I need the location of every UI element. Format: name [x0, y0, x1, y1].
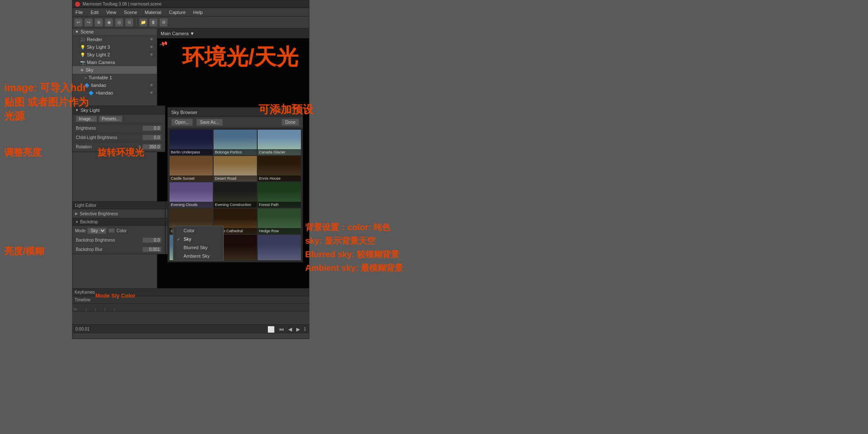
tree-item-turntable[interactable]: ○ Turntable 1 — [72, 74, 157, 81]
image-button[interactable]: Image... — [76, 116, 97, 122]
record-btn[interactable]: ⬜ — [267, 326, 275, 333]
backdrop-brightness-label-1: Backdrop Brightness — [76, 238, 142, 242]
sky-thumb-hedge-label: Hedge Row — [258, 228, 301, 234]
play-btn[interactable]: ▶ — [295, 326, 301, 332]
done-button[interactable]: Done — [281, 119, 299, 126]
tree-item-sky[interactable]: ☀ Sky — [72, 66, 157, 74]
sky-thumb-forest[interactable]: Forest Path — [258, 182, 301, 208]
sky-thumb-castle-label: Castle Sunset — [170, 175, 213, 181]
menu-file[interactable]: File — [74, 10, 84, 15]
rotation-value[interactable]: 350.0 — [142, 144, 161, 150]
tree-item-skylight3[interactable]: 💡 Sky Light 3 👁 — [72, 43, 157, 51]
toolbar-btn-2[interactable]: ↪ — [84, 18, 93, 27]
toolbar-btn-6[interactable]: ⊙ — [125, 18, 134, 27]
child-light-value[interactable]: 0.0 — [142, 135, 161, 140]
scene-label: Scene — [81, 29, 94, 34]
tree-item-camera[interactable]: 📷 Main Camera — [72, 58, 157, 66]
menu-view[interactable]: View — [105, 10, 118, 15]
sky-thumb-ennis-label: Ennis House — [258, 175, 301, 181]
ambient-sky-option: Ambient Sky — [184, 253, 210, 259]
toolbar-btn-settings[interactable]: ⚙ — [159, 18, 168, 27]
sky-label: Sky — [86, 67, 93, 72]
liandao1-label: liandao — [91, 83, 106, 88]
tree-item-liandao2[interactable]: 🔷 +liandao 👁 — [72, 89, 157, 97]
child-light-row: Child-Light Brightness 0.0 — [72, 133, 165, 142]
save-as-button[interactable]: Save As... — [196, 119, 223, 126]
render-icon: 🎥 — [80, 37, 85, 42]
sky-thumb-ennis[interactable]: Ennis House — [258, 156, 301, 181]
sky-thumb-forest-label: Forest Path — [258, 202, 301, 208]
skylight2-label: Sky Light 2 — [87, 52, 110, 57]
menu-edit[interactable]: Edit — [89, 10, 100, 15]
menu-bar: File Edit View Scene Material Capture He… — [72, 8, 309, 17]
sky-browser-toolbar: Open... Save As... Done — [168, 117, 303, 128]
rotation-row: Rotation ⇅ 350.0 — [72, 142, 165, 152]
presets-button[interactable]: Presets... — [99, 116, 122, 122]
timeline-label: Timeline — [75, 298, 90, 302]
sel-bright-arrow-1: ▶ — [75, 211, 78, 216]
sky-thumb-berlin[interactable]: Berlin Underpass — [170, 130, 213, 155]
timeline-area: Keyframes Timeline 0s | | | | 0:00.01 ⬜ … — [72, 288, 309, 331]
rotation-arrows[interactable]: ⇅ — [138, 145, 142, 149]
tick-3: | — [105, 307, 106, 311]
toolbar-btn-5[interactable]: ◎ — [115, 18, 123, 27]
toolbar-btn-1[interactable]: ↩ — [74, 18, 83, 27]
menu-material[interactable]: Material — [144, 10, 163, 15]
toolbar-btn-delete[interactable]: 🗑 — [149, 18, 158, 27]
sky-thumb-hedge[interactable]: Hedge Row — [258, 209, 301, 234]
skylight2-vis: 👁 — [150, 53, 153, 57]
mode-dropdown-1[interactable]: Sky — [87, 228, 106, 234]
app-title: Marmoset Toolbag 3.08 | marmoset.scene — [83, 2, 161, 6]
timeline-header: Timeline — [72, 296, 309, 304]
sky-thumb-evening-clouds[interactable]: Evening Clouds — [170, 182, 213, 208]
brightness-value[interactable]: 0.0 — [142, 125, 161, 131]
toolbar-btn-folder[interactable]: 📁 — [139, 18, 147, 27]
sky-thumb-canada[interactable]: Canada Glacier — [258, 130, 301, 155]
tree-item-render[interactable]: 🎥 Render 👁 — [72, 36, 157, 43]
tick-0s: 0s — [74, 307, 77, 311]
backdrop-header-1: ▼ Backdrop — [72, 218, 165, 226]
selective-brightness-label-1[interactable]: Selective Brightness — [80, 211, 118, 216]
camera-label: Main Camera — [87, 60, 115, 65]
backdrop-brightness-row-1: Backdrop Brightness 0.0 — [72, 235, 165, 245]
sky-thumb-evening-construction[interactable]: Evening Construction — [214, 182, 257, 208]
camera-icon: 📷 — [80, 60, 85, 65]
sky-thumb-r13c[interactable] — [258, 235, 301, 260]
sky-thumb-desert[interactable]: Desert Road — [214, 156, 257, 181]
tick-1: | — [86, 307, 86, 311]
menu-help[interactable]: Help — [192, 10, 204, 15]
menu-capture[interactable]: Capture — [168, 10, 187, 15]
sky-thumb-berlin-label: Berlin Underpass — [170, 149, 213, 155]
rewind-btn[interactable]: ◀ — [287, 326, 293, 332]
sky-icon: ☀ — [80, 68, 84, 72]
liandao1-icon: 🔷 — [84, 83, 89, 88]
sky-thumb-castle[interactable]: Castle Sunset — [170, 156, 213, 181]
timeline-ticks: 0s | | | | — [72, 304, 309, 311]
dropdown-ambient-sky[interactable]: Ambient Sky — [173, 252, 223, 260]
tree-item-liandao1[interactable]: 🔷 liandao 👁 — [72, 81, 157, 89]
color-swatch-1[interactable] — [108, 228, 115, 233]
skylight3-vis: 👁 — [150, 45, 153, 49]
dropdown-color[interactable]: Color — [173, 226, 223, 235]
liandao2-vis: 👁 — [150, 91, 153, 95]
menu-scene[interactable]: Scene — [122, 10, 138, 15]
light-editor-1: Light Editor ▶ Selective Brightness — [72, 201, 165, 218]
prev-frame-btn[interactable]: ⏮ — [278, 326, 285, 332]
dropdown-blurred-sky[interactable]: Blurred Sky — [173, 243, 223, 252]
toolbar-btn-4[interactable]: ◉ — [105, 18, 113, 27]
sky-light-panel: ▼ Sky Light Image... Presets... Brightne… — [72, 106, 165, 152]
dropdown-sky[interactable]: ✓ Sky — [173, 235, 223, 243]
timeline-controls: 0:00.01 ⬜ ⏮ ◀ ▶ 1 — [72, 324, 309, 334]
tree-item-skylight2[interactable]: 💡 Sky Light 2 👁 — [72, 51, 157, 58]
sky-thumb-desert-label: Desert Road — [214, 175, 257, 181]
viewport-header: Main Camera ▼ — [157, 28, 309, 39]
open-button[interactable]: Open... — [171, 119, 193, 126]
turntable-label: Turntable 1 — [89, 75, 112, 80]
toolbar-btn-3[interactable]: ⊕ — [95, 18, 103, 27]
render-vis: 👁 — [150, 37, 153, 42]
camera-label-header[interactable]: Main Camera ▼ — [161, 31, 195, 36]
backdrop-brightness-value-1[interactable]: 0.0 — [142, 237, 161, 243]
toolbar: ↩ ↪ ⊕ ◉ ◎ ⊙ 📁 🗑 ⚙ — [72, 17, 309, 28]
backdrop-blur-value-1[interactable]: 0.001 — [142, 247, 161, 252]
sky-thumb-bolonga[interactable]: Bolonga Portico — [214, 130, 257, 155]
